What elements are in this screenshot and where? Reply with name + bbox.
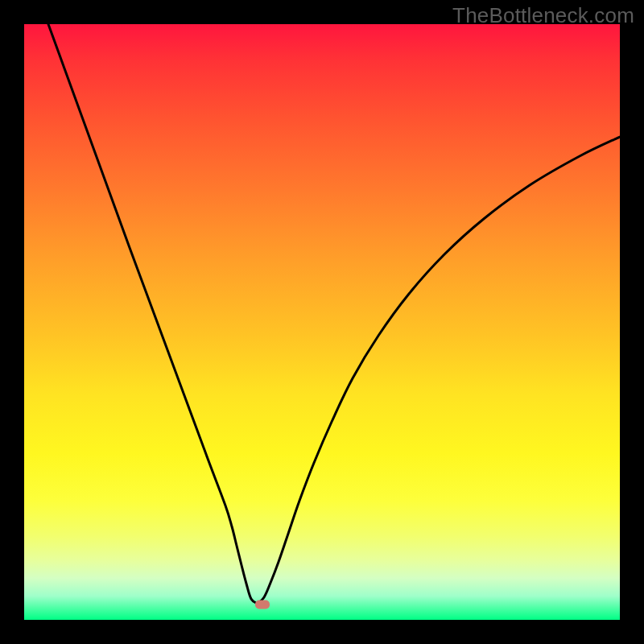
optimum-marker xyxy=(255,601,270,609)
chart-frame: TheBottleneck.com xyxy=(0,0,644,644)
plot-area xyxy=(24,24,620,620)
watermark-text: TheBottleneck.com xyxy=(452,3,634,28)
bottleneck-curve xyxy=(24,24,620,620)
